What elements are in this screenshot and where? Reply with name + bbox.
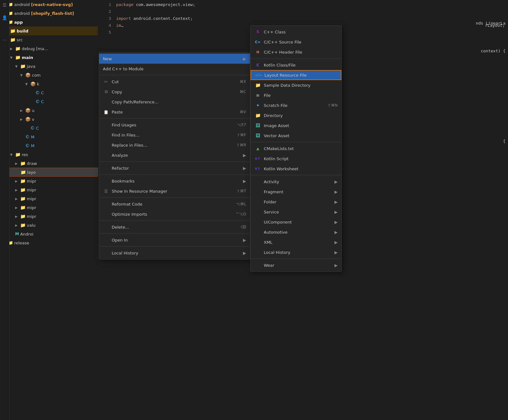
menu-item-replace-files[interactable]: Replace in Files… ⇧⌘R [99, 140, 250, 150]
menu-item-find-files[interactable]: Find in Files… ⇧⌘F [99, 130, 250, 140]
submenu-file[interactable]: ≡ File [251, 90, 341, 100]
tree-label: android [react-native-svg] [14, 2, 73, 7]
layout-icon: </> [255, 73, 262, 77]
submenu-cmake[interactable]: ▲ CMakeLists.txt [251, 143, 341, 154]
tree-arrow: ▶ [15, 224, 20, 227]
tree-arrow: ▼ [10, 153, 15, 156]
tree-item-u[interactable]: ▶ 📦 u [0, 106, 98, 115]
tree-item-mipr3[interactable]: ▶ 📁 mipr [0, 194, 98, 203]
keyword: import [116, 16, 133, 21]
submenu-fragment[interactable]: Fragment ▶ [251, 187, 341, 197]
project-icon[interactable]: 👤 [2, 15, 7, 20]
folder-icon: 📁 [15, 152, 21, 157]
menu-item-reformat[interactable]: Reformat Code ⌥⌘L [99, 199, 250, 209]
menu-item-refactor[interactable]: Refactor ▶ [99, 163, 250, 173]
menu-item-optimize[interactable]: Optimize Imports ^⌥O [99, 209, 250, 219]
menu-item-open-in[interactable]: Open In ▶ [99, 235, 250, 245]
submenu-local-history[interactable]: Local History ▶ [251, 247, 341, 257]
tree-item-app[interactable]: ▼ 📁 app [0, 18, 98, 26]
folder-icon: 📁 [20, 161, 26, 166]
vector-asset-icon: 🖼 [254, 133, 261, 138]
tree-item-src[interactable]: ▼ 📁 src [0, 35, 98, 44]
menu-item-delete[interactable]: Delete… ⌫ [99, 222, 250, 232]
tree-item-cv[interactable]: © C [0, 124, 98, 132]
submenu-scratch-file[interactable]: ✦ Scratch File ⇧⌘N [251, 100, 341, 110]
menu-item-find-usages[interactable]: Find Usages ⌥F7 [99, 120, 250, 130]
tree-label: mipr [27, 188, 36, 192]
submenu-cpp-class[interactable]: S C++ Class [251, 27, 341, 37]
tree-item-valu[interactable]: ▶ 📁 valu [0, 221, 98, 230]
submenu-folder[interactable]: Folder ▶ [251, 197, 341, 207]
submenu-kotlin-worksheet[interactable]: K↑ Kotlin Worksheet [251, 164, 341, 174]
ui-arrow: ▶ [334, 220, 338, 225]
submenu-image-asset[interactable]: 🖼 Image Asset [251, 120, 341, 131]
tree-item-v[interactable]: ▶ 📦 v [0, 115, 98, 124]
submenu-automotive[interactable]: Automotive ▶ [251, 227, 341, 237]
tree-item-m1[interactable]: © M [0, 132, 98, 141]
submenu-wear[interactable]: Wear ▶ [251, 260, 341, 270]
tree-item-android-flash[interactable]: ▶ 📁 android [shopify_flash-list] [0, 9, 98, 18]
tree-item-release[interactable]: ▶ 📁 release [0, 238, 98, 247]
tree-item-com[interactable]: ▼ 📦 com [0, 71, 98, 79]
submenu-vector-asset[interactable]: 🖼 Vector Asset [251, 131, 341, 141]
submenu-label-local-history: Local History [264, 250, 333, 255]
tree-item-mipr4[interactable]: ▶ 📁 mipr [0, 203, 98, 212]
menu-item-show-resource[interactable]: ☰ Show In Resource Manager ⇧⌘T [99, 186, 250, 196]
menu-item-local-history[interactable]: Local History ▶ [99, 248, 250, 258]
tree-item-k[interactable]: ▼ 📦 k [0, 79, 98, 88]
submenu-directory[interactable]: 📁 Directory [251, 110, 341, 120]
class-icon: © [35, 99, 40, 104]
folder-icon: 📁 [20, 205, 26, 210]
tree-item-res[interactable]: ▼ 📁 res [0, 150, 98, 159]
tree-item-mipr1[interactable]: ▶ 📁 mipr [0, 177, 98, 185]
tree-item-c2[interactable]: © C [0, 97, 98, 106]
more-icon[interactable]: ⋯ [3, 38, 7, 42]
tree-item-c1[interactable]: © C [0, 88, 98, 97]
menu-icon-top[interactable]: ☰ [3, 3, 7, 8]
menu-label-copy: Copy [112, 90, 240, 94]
tree-label: mipr [27, 205, 36, 210]
submenu-cpp-source[interactable]: C+ C/C++ Source File [251, 37, 341, 47]
submenu-activity[interactable]: Activity ▶ [251, 177, 341, 187]
tree-item-draw[interactable]: ▶ 📁 draw [0, 159, 98, 168]
xml-arrow: ▶ [334, 240, 338, 245]
tree-item-android-rn-svg[interactable]: ▶ 📁 android [react-native-svg] [0, 0, 98, 9]
submenu-layout-resource[interactable]: </> Layout Resource File [251, 70, 341, 80]
folder-icon: 📁 [20, 187, 26, 192]
automotive-arrow: ▶ [334, 230, 338, 235]
tree-arrow: ▼ [25, 82, 30, 86]
menu-item-copy[interactable]: ⧉ Copy ⌘C [99, 87, 250, 97]
tree-item-m2[interactable]: © M [0, 141, 98, 150]
tree-item-mipr2[interactable]: ▶ 📁 mipr [0, 185, 98, 194]
package-icon: 📦 [25, 117, 31, 122]
menu-label-refactor: Refactor [112, 166, 240, 171]
tree-item-android-manifest[interactable]: M Androi [0, 230, 98, 238]
tree-item-build[interactable]: ▶ 📁 build [0, 26, 98, 35]
submenu-kotlin-class[interactable]: K Kotlin Class/File [251, 60, 341, 70]
menu-item-analyze[interactable]: Analyze ▶ [99, 150, 250, 160]
tree-item-java[interactable]: ▼ 📁 java [0, 62, 98, 71]
tree-arrow: ▶ [15, 215, 20, 218]
menu-item-add-cpp[interactable]: Add C++ to Module [99, 64, 250, 74]
bookmarks-arrow: ▶ [243, 179, 246, 184]
menu-item-bookmarks[interactable]: Bookmarks ▶ [99, 176, 250, 186]
shortcut-copy: ⌘C [240, 90, 246, 94]
submenu-kotlin-script[interactable]: K↑ Kotlin Script [251, 154, 341, 164]
tree-item-mipr5[interactable]: ▶ 📁 mipr [0, 212, 98, 221]
menu-item-new[interactable]: New ▶ [99, 54, 250, 64]
submenu-service[interactable]: Service ▶ [251, 207, 341, 217]
tree-label: release [14, 241, 29, 245]
submenu-xml[interactable]: XML ▶ [251, 237, 341, 247]
service-arrow: ▶ [334, 210, 338, 214]
menu-label-copy-path: Copy Path/Reference… [112, 100, 246, 104]
menu-item-paste[interactable]: 📋 Paste ⌘V [99, 107, 250, 117]
submenu-sample-data[interactable]: 📁 Sample Data Directory [251, 80, 341, 90]
tree-item-main[interactable]: ▼ 📁 main [0, 53, 98, 62]
menu-label-add-cpp: Add C++ to Module [103, 67, 246, 71]
tree-item-debug[interactable]: ▶ 📁 debug [ma… [0, 44, 98, 53]
menu-item-copy-path[interactable]: Copy Path/Reference… [99, 97, 250, 107]
tree-item-layout[interactable]: 📁 layo [0, 168, 98, 177]
submenu-cpp-header[interactable]: H C/C++ Header File [251, 47, 341, 57]
submenu-ui-component[interactable]: UiComponent ▶ [251, 217, 341, 227]
menu-item-cut[interactable]: ✂ Cut ⌘X [99, 77, 250, 87]
